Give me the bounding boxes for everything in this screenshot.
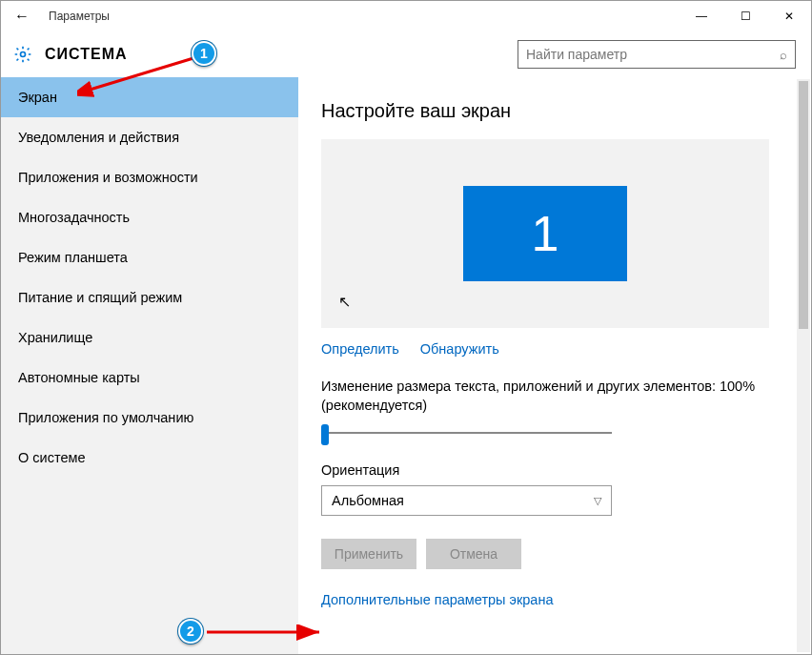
scrollbar-thumb[interactable] bbox=[799, 81, 808, 329]
sidebar-item-tablet-mode[interactable]: Режим планшета bbox=[1, 237, 298, 277]
sidebar-item-apps-features[interactable]: Приложения и возможности bbox=[1, 157, 298, 197]
cancel-button: Отмена bbox=[426, 539, 521, 569]
sidebar-item-label: Приложения по умолчанию bbox=[18, 410, 193, 425]
chevron-down-icon: ▽ bbox=[594, 495, 601, 507]
slider-thumb[interactable] bbox=[321, 424, 329, 445]
display-actions: Определить Обнаружить bbox=[321, 341, 788, 357]
search-box[interactable]: ⌕ bbox=[518, 40, 796, 69]
scale-label: Изменение размера текста, приложений и д… bbox=[321, 378, 769, 415]
sidebar-item-label: Хранилище bbox=[18, 330, 92, 345]
sidebar: Экран Уведомления и действия Приложения … bbox=[1, 77, 298, 654]
header: СИСТЕМА ⌕ bbox=[1, 31, 811, 77]
page-heading: СИСТЕМА bbox=[45, 46, 128, 63]
search-icon: ⌕ bbox=[780, 48, 787, 62]
annotation-callout-2: 2 bbox=[178, 619, 203, 644]
sidebar-item-label: Приложения и возможности bbox=[18, 170, 198, 185]
annotation-callout-1: 1 bbox=[192, 41, 216, 66]
minimize-button[interactable]: — bbox=[680, 1, 723, 31]
orientation-value: Альбомная bbox=[332, 493, 404, 508]
titlebar: ← Параметры — ☐ ✕ bbox=[1, 1, 811, 31]
sidebar-item-multitasking[interactable]: Многозадачность bbox=[1, 197, 298, 237]
content-title: Настройте ваш экран bbox=[321, 100, 788, 122]
sidebar-item-offline-maps[interactable]: Автономные карты bbox=[1, 358, 298, 398]
scrollbar[interactable] bbox=[797, 79, 810, 652]
window-controls: — ☐ ✕ bbox=[680, 1, 811, 31]
sidebar-item-label: Режим планшета bbox=[18, 250, 128, 265]
cursor-icon: ↖ bbox=[338, 293, 351, 311]
orientation-select[interactable]: Альбомная ▽ bbox=[321, 485, 612, 516]
gear-icon bbox=[12, 44, 33, 65]
sidebar-item-label: Экран bbox=[18, 90, 57, 105]
slider-track bbox=[321, 432, 612, 434]
window-title: Параметры bbox=[49, 10, 110, 23]
sidebar-item-notifications[interactable]: Уведомления и действия bbox=[1, 117, 298, 157]
monitor-number: 1 bbox=[532, 205, 559, 262]
sidebar-item-label: Питание и спящий режим bbox=[18, 290, 182, 305]
sidebar-item-label: О системе bbox=[18, 450, 85, 465]
apply-button: Применить bbox=[321, 539, 416, 569]
sidebar-item-label: Автономные карты bbox=[18, 370, 140, 385]
search-input[interactable] bbox=[526, 41, 780, 68]
identify-link[interactable]: Определить bbox=[321, 341, 399, 357]
sidebar-item-storage[interactable]: Хранилище bbox=[1, 317, 298, 358]
sidebar-item-display[interactable]: Экран bbox=[1, 77, 298, 117]
sidebar-item-label: Уведомления и действия bbox=[18, 130, 179, 145]
minimize-icon: — bbox=[696, 10, 707, 23]
sidebar-item-about[interactable]: О системе bbox=[1, 438, 298, 478]
orientation-label: Ориентация bbox=[321, 462, 788, 478]
apply-label: Применить bbox=[335, 546, 403, 562]
body: Экран Уведомления и действия Приложения … bbox=[1, 77, 811, 654]
back-icon: ← bbox=[14, 8, 30, 25]
detect-link[interactable]: Обнаружить bbox=[420, 341, 499, 357]
sidebar-item-power-sleep[interactable]: Питание и спящий режим bbox=[1, 277, 298, 317]
back-button[interactable]: ← bbox=[1, 1, 43, 31]
sidebar-item-label: Многозадачность bbox=[18, 210, 130, 225]
svg-point-0 bbox=[21, 52, 26, 57]
cancel-label: Отмена bbox=[450, 546, 497, 562]
monitor-tile[interactable]: 1 bbox=[463, 186, 627, 281]
sidebar-item-default-apps[interactable]: Приложения по умолчанию bbox=[1, 398, 298, 438]
content: Настройте ваш экран 1 ↖ Определить Обнар… bbox=[298, 77, 811, 654]
close-button[interactable]: ✕ bbox=[767, 1, 811, 31]
advanced-display-link[interactable]: Дополнительные параметры экрана bbox=[321, 592, 788, 607]
maximize-button[interactable]: ☐ bbox=[723, 1, 767, 31]
maximize-icon: ☐ bbox=[741, 10, 751, 23]
close-icon: ✕ bbox=[784, 10, 794, 23]
display-preview[interactable]: 1 ↖ bbox=[321, 139, 769, 328]
scale-slider[interactable] bbox=[321, 424, 612, 443]
button-row: Применить Отмена bbox=[321, 539, 788, 569]
